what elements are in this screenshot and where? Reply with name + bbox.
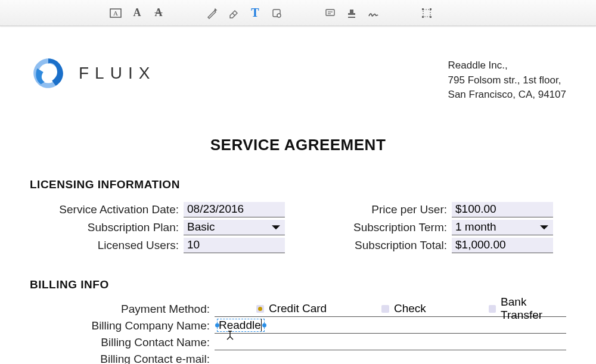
svg-text:A: A [113, 10, 118, 17]
licensing-heading: LICENSING INFORMATION [30, 178, 566, 191]
selection-handle-right[interactable] [262, 323, 266, 328]
crop-select-icon[interactable] [418, 5, 435, 21]
pen-icon[interactable] [204, 5, 221, 21]
strikethrough-icon[interactable]: A [150, 5, 167, 21]
fluix-logo: FLUIX [30, 55, 156, 92]
svg-point-4 [277, 14, 281, 17]
billing-company-name-value: Readdle [219, 319, 261, 331]
svg-line-2 [232, 13, 235, 15]
document-page: FLUIX Readdle Inc., 795 Folsom str., 1st… [0, 26, 596, 364]
radio-icon [256, 305, 264, 313]
comment-icon[interactable] [322, 5, 339, 21]
address-line-2: 795 Folsom str., 1st floor, [448, 73, 566, 88]
fluix-logo-text: FLUIX [79, 64, 156, 83]
company-address: Readdle Inc., 795 Folsom str., 1st floor… [448, 55, 566, 102]
payment-option-check-label: Check [394, 302, 426, 315]
subscription-total-field[interactable]: $1,000.00 [452, 238, 553, 253]
payment-method-label: Payment Method: [30, 303, 215, 316]
billing-company-name-label: Billing Company Name: [30, 319, 215, 332]
licensed-users-field[interactable]: 10 [184, 238, 285, 253]
address-line-3: San Francisco, CA, 94107 [448, 88, 566, 102]
payment-option-credit-card[interactable]: Credit Card [215, 302, 381, 315]
billing-contact-name-label: Billing Contact Name: [30, 336, 215, 349]
price-per-user-field[interactable]: $100.00 [452, 202, 553, 217]
price-per-user-label: Price per User: [339, 203, 452, 216]
billing-contact-email-label: Billing Contact e-mail: [30, 353, 215, 364]
text-edit-box[interactable]: Readdle [217, 319, 265, 332]
subscription-plan-dropdown[interactable]: Basic [184, 220, 285, 235]
svg-rect-10 [430, 8, 432, 10]
font-style-icon[interactable]: A [129, 5, 145, 21]
eraser-icon[interactable] [225, 5, 242, 21]
svg-rect-9 [422, 8, 424, 10]
svg-rect-5 [326, 10, 334, 15]
subscription-term-label: Subscription Term: [339, 221, 452, 234]
payment-option-credit-label: Credit Card [269, 302, 327, 315]
address-line-1: Readdle Inc., [448, 58, 566, 73]
text-tool-icon[interactable]: T [247, 5, 263, 21]
billing-contact-email-field[interactable] [215, 351, 566, 364]
billing-company-name-field[interactable]: Readdle [215, 318, 566, 334]
subscription-plan-label: Subscription Plan: [30, 221, 184, 234]
activation-date-field[interactable]: 08/23/2016 [184, 202, 285, 217]
svg-rect-11 [422, 16, 424, 18]
selection-handle-left[interactable] [215, 323, 219, 328]
billing-contact-name-field[interactable] [215, 335, 566, 350]
billing-section: BILLING INFO Payment Method: Credit Card… [30, 278, 566, 364]
activation-date-label: Service Activation Date: [30, 203, 184, 216]
billing-heading: BILLING INFO [30, 278, 566, 291]
radio-icon [489, 305, 496, 313]
subscription-term-dropdown[interactable]: 1 month [452, 220, 553, 235]
svg-rect-12 [430, 16, 432, 18]
radio-icon [381, 305, 389, 313]
licensed-users-label: Licensed Users: [30, 239, 184, 252]
payment-method-options: Credit Card Check Bank Transfer [215, 301, 566, 317]
highlight-text-icon[interactable]: A [107, 5, 124, 21]
stamp-icon[interactable] [343, 5, 360, 21]
signature-icon[interactable] [365, 5, 381, 21]
licensing-section: LICENSING INFORMATION Service Activation… [30, 178, 566, 254]
shape-note-icon[interactable] [268, 5, 285, 21]
subscription-total-label: Subscription Total: [339, 239, 452, 252]
document-title: SERVICE AGREEMENT [30, 136, 566, 154]
payment-option-check[interactable]: Check [381, 302, 489, 315]
svg-rect-8 [423, 10, 430, 17]
fluix-logo-mark [30, 55, 67, 92]
annotation-toolbar: A A A T [0, 0, 596, 26]
